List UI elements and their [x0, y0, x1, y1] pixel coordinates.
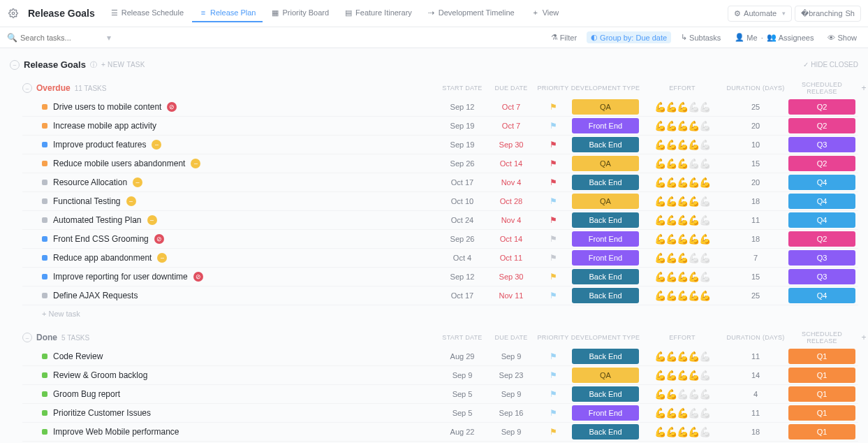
status-square[interactable] [42, 391, 47, 397]
due-date[interactable]: Sep 9 [487, 428, 536, 436]
dev-type-badge[interactable]: Back End [572, 269, 639, 284]
start-date[interactable]: Sep 26 [438, 159, 487, 168]
duration[interactable]: 20 [724, 178, 787, 187]
start-date[interactable]: Aug 29 [438, 352, 487, 361]
info-icon[interactable]: ⓘ [90, 60, 97, 70]
duration[interactable]: 11 [724, 216, 787, 224]
duration[interactable]: 25 [724, 103, 787, 111]
effort-cell[interactable]: 💪💪💪💪💪 [640, 426, 724, 437]
effort-cell[interactable]: 💪💪💪💪💪 [640, 388, 724, 400]
hide-closed-button[interactable]: ✓HIDE CLOSED [803, 61, 858, 68]
dev-type-badge[interactable]: QA [572, 194, 639, 209]
due-date[interactable]: Oct 14 [487, 159, 536, 168]
due-date[interactable]: Nov 4 [487, 216, 536, 224]
priority-flag[interactable]: ⚑ [536, 159, 571, 168]
status-square[interactable] [42, 410, 47, 416]
task-name[interactable]: Code Review [53, 351, 103, 361]
priority-flag[interactable]: ⚑ [536, 272, 571, 282]
effort-cell[interactable]: 💪💪💪💪💪 [640, 233, 724, 245]
group-by-button[interactable]: ◐Group by: Due date [587, 31, 671, 43]
status-square[interactable] [42, 429, 47, 435]
table-row[interactable]: Groom Bug reportSep 5Sep 9⚑Back End💪💪💪💪💪… [22, 385, 858, 404]
add-column-button[interactable]: + [857, 333, 868, 342]
status-square[interactable] [42, 198, 47, 204]
status-square[interactable] [42, 104, 47, 110]
table-row[interactable]: Automated Testing Plan–Oct 24Nov 4⚑Back … [22, 211, 858, 230]
dev-type-badge[interactable]: Back End [572, 137, 639, 152]
priority-flag[interactable]: ⚑ [536, 253, 571, 263]
dev-type-badge[interactable]: Front End [572, 231, 639, 247]
start-date[interactable]: Sep 5 [438, 409, 487, 417]
dev-type-badge[interactable]: Front End [572, 405, 639, 421]
tab-release-plan[interactable]: ≡Release Plan [192, 4, 263, 22]
start-date[interactable]: Sep 12 [438, 103, 487, 111]
release-badge[interactable]: Q3 [788, 137, 855, 152]
table-row[interactable]: Resource Allocation–Oct 17Nov 4⚑Back End… [22, 173, 858, 192]
status-square[interactable] [42, 354, 47, 359]
priority-flag[interactable]: ⚑ [536, 351, 571, 361]
task-name[interactable]: Increase mobile app activity [53, 121, 156, 131]
task-name[interactable]: Review & Groom backlog [53, 370, 147, 380]
due-date[interactable]: Nov 11 [487, 291, 536, 300]
duration[interactable]: 25 [724, 291, 787, 300]
task-name[interactable]: Resource Allocation [53, 177, 127, 187]
duration[interactable]: 18 [724, 428, 787, 436]
table-row[interactable]: Drive users to mobile content⊘Sep 12Oct … [22, 98, 858, 117]
task-name[interactable]: Drive users to mobile content [53, 102, 161, 112]
table-row[interactable]: Review & Groom backlogSep 9Sep 23⚑QA💪💪💪💪… [22, 366, 858, 385]
release-badge[interactable]: Q2 [788, 99, 855, 115]
due-date[interactable]: Sep 9 [487, 390, 536, 398]
priority-flag[interactable]: ⚑ [536, 370, 571, 380]
duration[interactable]: 11 [724, 409, 787, 417]
task-name[interactable]: Functional Testing [53, 196, 121, 206]
start-date[interactable]: Sep 5 [438, 390, 487, 398]
new-task-row[interactable]: + New task [22, 305, 858, 318]
release-badge[interactable]: Q1 [788, 386, 855, 402]
release-badge[interactable]: Q2 [788, 156, 855, 171]
effort-cell[interactable]: 💪💪💪💪💪 [640, 101, 724, 112]
dev-type-badge[interactable]: Back End [572, 349, 639, 364]
show-button[interactable]: 👁Show [823, 32, 861, 43]
status-square[interactable] [42, 123, 47, 129]
effort-cell[interactable]: 💪💪💪💪💪 [640, 407, 724, 419]
duration[interactable]: 10 [724, 140, 787, 149]
task-name[interactable]: Prioritize Customer Issues [53, 408, 151, 418]
table-row[interactable]: Code ReviewAug 29Sep 9⚑Back End💪💪💪💪💪11Q1 [22, 347, 858, 366]
start-date[interactable]: Sep 19 [438, 122, 487, 130]
priority-flag[interactable]: ⚑ [536, 196, 571, 206]
due-date[interactable]: Nov 4 [487, 178, 536, 187]
table-row[interactable]: Prioritize Customer IssuesSep 5Sep 16⚑Fr… [22, 404, 858, 423]
duration[interactable]: 14 [724, 371, 787, 379]
task-name[interactable]: Groom Bug report [53, 389, 120, 399]
priority-flag[interactable]: ⚑ [536, 140, 571, 150]
effort-cell[interactable]: 💪💪💪💪💪 [640, 290, 724, 301]
collapse-icon[interactable]: – [10, 60, 20, 70]
task-name[interactable]: Improve reporting for user downtime [53, 272, 188, 282]
due-date[interactable]: Oct 7 [487, 103, 536, 111]
tab-release-schedule[interactable]: ☰Release Schedule [103, 4, 191, 22]
duration[interactable]: 11 [724, 352, 787, 361]
collapse-icon[interactable]: – [22, 333, 32, 342]
start-date[interactable]: Aug 22 [438, 428, 487, 436]
table-row[interactable]: Reduce mobile users abandonment–Sep 26Oc… [22, 154, 858, 173]
task-name[interactable]: Automated Testing Plan [53, 215, 142, 225]
duration[interactable]: 15 [724, 159, 787, 168]
automate-button[interactable]: ⚙Automate [728, 6, 792, 22]
start-date[interactable]: Oct 17 [438, 178, 487, 187]
effort-cell[interactable]: 💪💪💪💪💪 [640, 351, 724, 362]
priority-flag[interactable]: ⚑ [536, 102, 571, 112]
table-row[interactable]: Front End CSS Grooming⊘Sep 26Oct 14⚑Fron… [22, 230, 858, 249]
due-date[interactable]: Sep 30 [487, 273, 536, 281]
table-row[interactable]: Functional Testing–Oct 10Oct 28⚑QA💪💪💪💪💪1… [22, 192, 858, 211]
table-row[interactable]: Define AJAX RequestsOct 17Nov 11⚑Back En… [22, 286, 858, 305]
effort-cell[interactable]: 💪💪💪💪💪 [640, 120, 724, 131]
dev-type-badge[interactable]: Back End [572, 175, 639, 190]
share-button[interactable]: �branchingSh [795, 6, 861, 22]
effort-cell[interactable]: 💪💪💪💪💪 [640, 215, 724, 226]
due-date[interactable]: Sep 16 [487, 409, 536, 417]
status-square[interactable] [42, 180, 47, 185]
release-badge[interactable]: Q1 [788, 349, 855, 364]
due-date[interactable]: Sep 30 [487, 140, 536, 149]
start-date[interactable]: Sep 12 [438, 273, 487, 281]
status-square[interactable] [42, 274, 47, 279]
